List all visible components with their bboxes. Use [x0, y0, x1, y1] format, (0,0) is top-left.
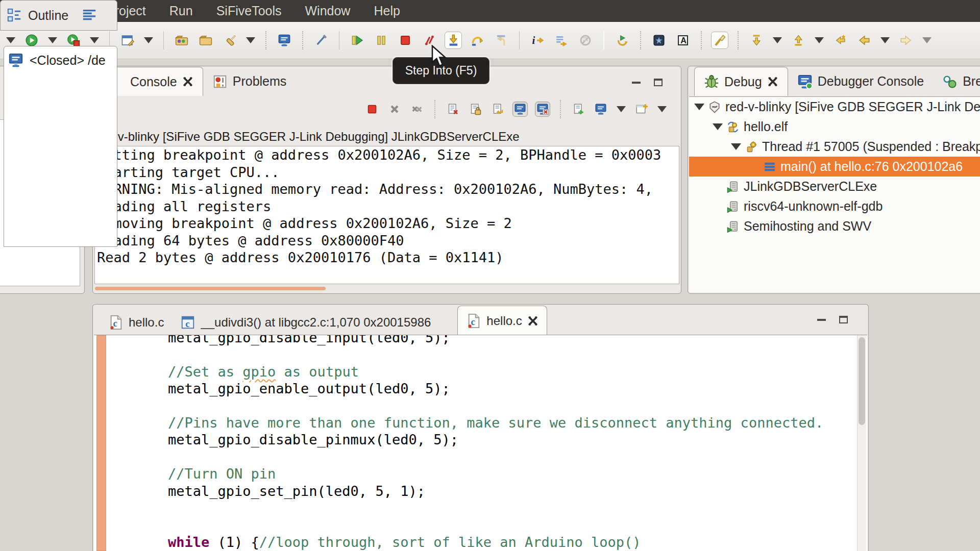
skip-all-breakpoints-button[interactable]: [577, 32, 594, 49]
stackframe-icon: [764, 161, 776, 173]
menu-item-run[interactable]: Run: [169, 4, 193, 18]
run-dropdown-icon[interactable]: [48, 37, 57, 43]
search-button[interactable]: [221, 32, 238, 49]
clear-console-button[interactable]: [445, 102, 460, 117]
code-line: [168, 499, 847, 516]
display-selected-console-button[interactable]: [571, 102, 586, 117]
close-icon[interactable]: [182, 76, 193, 87]
next-annotation-button[interactable]: [748, 32, 765, 49]
code-editor[interactable]: metal_gpio_disable_input(led0, 5); //Set…: [94, 335, 867, 551]
show-console-stderr-button[interactable]: [535, 102, 550, 117]
previous-annotation-dropdown-icon[interactable]: [815, 37, 824, 43]
expand-twisty-icon[interactable]: [713, 123, 723, 130]
close-icon[interactable]: [527, 315, 538, 327]
console-minimize-button[interactable]: [632, 82, 641, 84]
open-new-console-button[interactable]: [634, 102, 649, 117]
open-console-button[interactable]: [276, 32, 293, 49]
back-button[interactable]: [855, 32, 873, 49]
editor-vertical-scrollbar[interactable]: [857, 335, 866, 551]
console-maximize-button[interactable]: [654, 79, 663, 86]
tree-row[interactable]: JLinkGDBServerCLExe: [689, 177, 980, 196]
terminate-button[interactable]: [397, 32, 414, 49]
console-line: Reading 64 bytes @ address 0x80000F40: [95, 232, 679, 249]
toolbar-separator: [640, 31, 641, 49]
terminate-console-button[interactable]: [364, 102, 380, 117]
toolbar-separator: [560, 100, 561, 118]
editor-maximize-button[interactable]: [839, 316, 848, 323]
tab-bre[interactable]: Bre: [933, 67, 980, 96]
code-line: //Turn ON pin: [168, 465, 847, 482]
previous-annotation-button[interactable]: [790, 32, 807, 49]
tab-label: hello.c: [486, 314, 522, 328]
last-edit-location-button[interactable]: [831, 32, 849, 49]
scroll-lock-button[interactable]: [468, 102, 483, 117]
forward-dropdown-icon[interactable]: [922, 37, 932, 43]
console-toolbar: [364, 100, 668, 118]
tab-label: Problems: [233, 74, 287, 89]
show-console-stdout-button[interactable]: [512, 102, 528, 117]
tree-row-label: Thread #1 57005 (Suspended : Breakpo: [762, 139, 980, 154]
segger-flash-button[interactable]: [650, 32, 668, 49]
disassembly-icon[interactable]: [82, 8, 97, 23]
expand-twisty-icon[interactable]: [694, 104, 704, 110]
editor-minimize-button[interactable]: [817, 319, 826, 321]
tree-row[interactable]: Thread #1 57005 (Suspended : Breakpo: [689, 137, 980, 157]
tab-hello-c[interactable]: hello.c: [457, 306, 547, 335]
display-console-button[interactable]: [593, 102, 608, 117]
menu-item-window[interactable]: Window: [305, 4, 351, 18]
new-wizard-dropdown-icon[interactable]: [144, 37, 153, 43]
restart-button[interactable]: [614, 32, 631, 49]
tree-row[interactable]: main() at hello.c:76 0x200102a6: [689, 157, 980, 177]
editor-annotation-ruler[interactable]: [96, 335, 106, 551]
console-output[interactable]: Setting breakpoint @ address 0x200102A6,…: [94, 146, 679, 284]
process-icon: [727, 201, 739, 213]
dropdown-icon[interactable]: [6, 37, 15, 43]
console-horizontal-scrollbar[interactable]: [95, 287, 326, 290]
resume-button[interactable]: [349, 32, 366, 49]
toolbar-separator: [519, 31, 520, 49]
open-new-console-dropdown-icon[interactable]: [657, 106, 667, 112]
tab-problems[interactable]: Problems: [203, 67, 296, 96]
close-icon[interactable]: [767, 76, 778, 87]
scrollbar-thumb[interactable]: [859, 337, 865, 425]
show-execution-button[interactable]: [553, 32, 570, 49]
forward-button[interactable]: [897, 32, 915, 49]
new-wizard-button[interactable]: [119, 32, 136, 49]
tab-hello-c[interactable]: hello.c: [100, 310, 172, 335]
search-dropdown-icon[interactable]: [246, 37, 255, 43]
tree-row[interactable]: riscv64-unknown-elf-gdb: [689, 196, 980, 216]
expand-twisty-icon[interactable]: [731, 143, 741, 150]
open-element-button[interactable]: [173, 32, 190, 49]
remove-launch-button[interactable]: [387, 102, 402, 117]
console-title: red-v-blinky [SiFive GDB SEGGER J-Link D…: [96, 130, 520, 144]
tree-row[interactable]: Semihosting and SWV: [689, 216, 980, 236]
terminal-tab-row[interactable]: <Closed> /de: [4, 46, 117, 73]
thread-icon: [745, 141, 757, 153]
format-brush-button[interactable]: [711, 32, 728, 49]
tree-row[interactable]: red-v-blinky [SiFive GDB SEGGER J-Link D…: [689, 97, 980, 117]
remove-annotations-button[interactable]: [312, 32, 330, 49]
console-line: Read 2 bytes @ address 0x20010176 (Data …: [95, 249, 679, 266]
back-dropdown-icon[interactable]: [880, 37, 890, 43]
menu-item-help[interactable]: Help: [374, 4, 400, 18]
external-tools-dropdown-icon[interactable]: [90, 37, 99, 43]
suspend-button[interactable]: [373, 32, 390, 49]
memory-button[interactable]: [674, 32, 692, 49]
display-console-dropdown-icon[interactable]: [617, 106, 626, 112]
console-line: Setting breakpoint @ address 0x200102A6,…: [95, 146, 679, 164]
menu-item-sifivetools[interactable]: SiFiveTools: [216, 4, 282, 18]
process-icon: [727, 181, 739, 193]
code-line: //Set as gpio as output: [168, 363, 847, 380]
step-over-button[interactable]: [469, 32, 486, 49]
tab-debugger-console[interactable]: Debugger Console: [788, 67, 933, 96]
tab-debug[interactable]: Debug: [694, 67, 788, 96]
outline-tab-label[interactable]: Outline: [28, 8, 68, 23]
word-wrap-button[interactable]: [490, 102, 505, 117]
tab--udivdi3-at-libgcc2-c-1-070-0x20015986[interactable]: __udivdi3() at libgcc2.c:1,070 0x2001598…: [172, 310, 439, 335]
remove-all-terminated-button[interactable]: [409, 102, 425, 117]
next-annotation-dropdown-icon[interactable]: [773, 37, 782, 43]
open-resource-button[interactable]: [197, 32, 214, 49]
instruction-stepping-button[interactable]: [529, 32, 546, 49]
tree-row[interactable]: hello.elf: [689, 117, 980, 137]
step-return-button[interactable]: [493, 32, 510, 49]
